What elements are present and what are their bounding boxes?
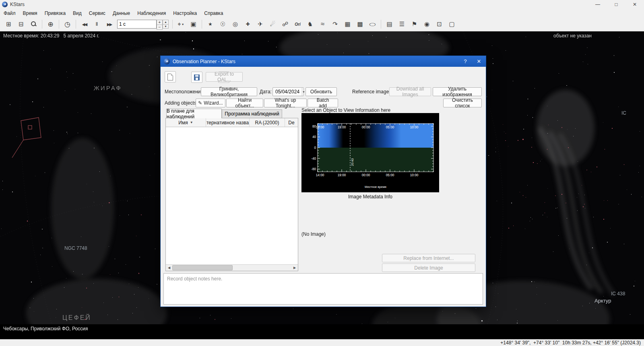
toggle-solar-system-button[interactable]: ☉ [217, 19, 229, 30]
zoom-out-icon: ⊟ [19, 21, 24, 28]
tab-session-label: Программа наблюдений [225, 111, 279, 117]
wizard-button[interactable]: ✎Wizard... [196, 99, 225, 107]
constellation-names-icon: Ori [295, 22, 300, 27]
whats-interesting-button[interactable]: ▤ [384, 19, 395, 30]
flags-button[interactable]: ⚑ [409, 19, 420, 30]
projection-button[interactable]: ◉ [421, 19, 433, 30]
menu-tools[interactable]: Сервис [85, 9, 109, 17]
zoom-out-button[interactable]: ⊟ [15, 19, 27, 30]
whats-up-tonight-button[interactable]: What's up Tonight... [264, 99, 307, 107]
object-table[interactable]: Имя▼ тернативное назва RA (J2000) De ◀ ▶ [165, 118, 298, 271]
date-combo[interactable]: 05/04/2024 ▼ [272, 87, 304, 96]
svg-text:40: 40 [312, 135, 316, 139]
fov-frame-icon: ⊡ [437, 21, 442, 28]
toggle-deep-sky-button[interactable]: ◎ [229, 19, 241, 30]
fullscreen-button[interactable]: ▢ [446, 19, 458, 30]
time-step-input[interactable] [117, 20, 157, 29]
maximize-button[interactable]: □ [607, 0, 625, 9]
object-notes-textarea[interactable] [163, 273, 483, 305]
pause-time-button[interactable]: Ⅱ [91, 19, 103, 30]
column-header-name[interactable]: Имя▼ [166, 118, 206, 127]
toggle-constellation-names-button[interactable]: Ori [292, 19, 303, 30]
time-backward-button[interactable]: ◀◀ [78, 19, 90, 30]
observation-list-button[interactable]: ☰ [396, 19, 408, 30]
chevron-down-icon[interactable]: ▼ [302, 88, 305, 96]
svg-text:00:00: 00:00 [362, 126, 370, 129]
constellation-art-icon: ♞ [308, 21, 313, 28]
column-header-dec[interactable]: De [285, 118, 298, 127]
time-step-control: + − ▲ ▼ [117, 20, 169, 29]
window-titlebar[interactable]: ★ KStars — □ ✕ [0, 0, 644, 9]
find-object-button[interactable] [28, 19, 39, 30]
spin-down-icon[interactable]: ▼ [163, 24, 169, 29]
column-header-ra[interactable]: RA (J2000) [250, 118, 285, 127]
toggle-ground-button[interactable]: ◯ [367, 19, 378, 30]
status-bar: +148° 34' 39", +74° 33' 10" 10h 33m 27s,… [0, 339, 644, 346]
location-button[interactable]: Гринвич, Великобритания [201, 87, 257, 96]
horizontal-scrollbar[interactable]: ◀ ▶ [166, 264, 298, 271]
toolbar-separator [202, 20, 202, 29]
export-image-button[interactable]: ▣ [188, 19, 199, 30]
time-forward-button[interactable]: ▶▶ [103, 19, 115, 30]
comet-icon: ☄ [270, 21, 275, 28]
save-list-button[interactable] [191, 72, 202, 83]
pointing-button[interactable]: ⌖▼ [175, 19, 187, 30]
scrollbar-thumb[interactable] [172, 265, 233, 270]
geographic-button[interactable]: ⊕ [45, 19, 56, 30]
menu-view[interactable]: Вид [69, 9, 85, 17]
toggle-horizontal-grid-button[interactable]: ▩ [354, 19, 366, 30]
close-button[interactable]: ✕ [625, 0, 644, 9]
coordinates-status: +148° 34' 39", +74° 33' 10" 10h 33m 27s,… [500, 340, 641, 346]
horizon-icon: ◯ [369, 23, 376, 26]
adding-objects-label: Adding objects: [165, 99, 198, 107]
kstars-logo-icon: ★ [2, 2, 8, 7]
supernova-icon: ✚ [246, 21, 250, 27]
chevron-down-icon: ▼ [182, 23, 184, 26]
image-metadata-label: Image Metadata Info [301, 194, 439, 200]
menu-observation[interactable]: Наблюдения [134, 9, 169, 17]
menu-settings[interactable]: Настройка [169, 9, 200, 17]
delete-images-button[interactable]: Удалить изображения [433, 87, 482, 96]
scroll-left-icon[interactable]: ◀ [166, 265, 172, 271]
kstars-logo-icon: ★ [164, 58, 170, 64]
minus-icon[interactable]: − [157, 25, 163, 30]
dialog-close-button[interactable]: ✕ [472, 56, 486, 67]
toggle-ecliptic-button[interactable]: ↷ [329, 19, 341, 30]
svg-text:0: 0 [314, 146, 316, 150]
zoom-in-button[interactable]: ⊞ [3, 19, 14, 30]
new-list-button[interactable] [165, 71, 176, 82]
menu-help[interactable]: Справка [200, 9, 227, 17]
toggle-satellites-button[interactable]: ✈ [254, 19, 266, 30]
equatorial-grid-icon: ▦ [345, 21, 350, 28]
tab-session-plan[interactable]: Программа наблюдений [222, 109, 282, 118]
toggle-stars-button[interactable]: ★ [204, 19, 216, 30]
menu-pointing[interactable]: Привязка [41, 9, 69, 17]
column-header-alternative-name[interactable]: тернативное назва [206, 118, 250, 127]
menu-file[interactable]: Файл [0, 9, 19, 17]
fov-symbols-button[interactable]: ⊡ [433, 19, 445, 30]
menu-time[interactable]: Время [19, 9, 41, 17]
star-icon: ★ [208, 21, 213, 27]
dialog-titlebar[interactable]: ★ Observation Planner - KStars ? ✕ [161, 56, 486, 67]
scrollbar-track[interactable] [172, 265, 291, 271]
toggle-milky-way-button[interactable]: ≈ [317, 19, 328, 30]
minimize-button[interactable]: — [588, 0, 607, 9]
reference-images-label: Reference images: [352, 87, 393, 96]
object-label-ic438: IC 438 [611, 291, 625, 297]
flag-icon: ⚑ [412, 21, 417, 28]
clear-list-button[interactable]: Очистить список [443, 99, 482, 107]
new-file-icon [167, 74, 173, 80]
toggle-constellation-lines-button[interactable]: ☍ [279, 19, 291, 30]
toggle-constellation-art-button[interactable]: ♞ [304, 19, 316, 30]
set-time-button[interactable]: ◷ [62, 19, 73, 30]
find-object-button[interactable]: Найти объект... [226, 99, 263, 107]
toggle-supernovae-button[interactable]: ✚ [242, 19, 254, 30]
dialog-help-button[interactable]: ? [458, 56, 472, 67]
tab-wishlist[interactable]: В плане для наблюдений [166, 109, 222, 118]
toggle-equatorial-grid-button[interactable]: ▦ [342, 19, 353, 30]
update-button[interactable]: Обновить [305, 87, 337, 96]
menu-data[interactable]: Данные [109, 9, 134, 17]
save-icon [194, 74, 200, 80]
scroll-right-icon[interactable]: ▶ [291, 265, 298, 271]
toggle-comets-button[interactable]: ☄ [267, 19, 279, 30]
